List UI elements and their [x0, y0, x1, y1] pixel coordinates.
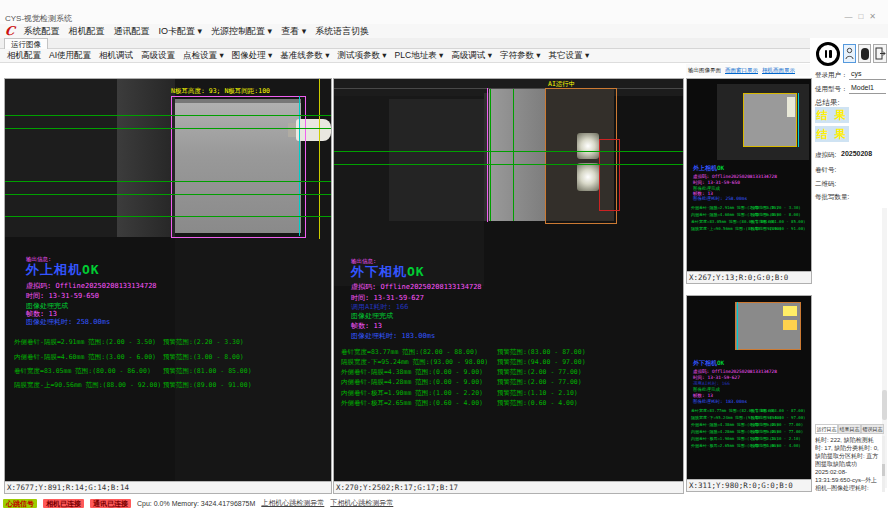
login-user-label: 登录用户：: [815, 71, 848, 80]
menu-item-language-switch[interactable]: 系统语言切换: [315, 25, 369, 38]
measurement-text: 卷针宽度=83.77mm 范围:(82.00 - 88.00): [341, 348, 478, 357]
mini-warn: 预警范围:(2.00 - 77.00): [751, 422, 803, 428]
mini-barcode-line: 虚拟码: Offline20250208133134728: [693, 369, 777, 375]
toolbar-item-advanced-debug[interactable]: 高级调试 ▾: [451, 50, 492, 62]
app-logo-icon: C: [4, 25, 15, 37]
menu-item-view[interactable]: 查看 ▾: [281, 25, 306, 38]
toolbar-item-char-params[interactable]: 字符参数 ▾: [500, 50, 541, 62]
measurement-text: 卷针宽度=83.05mm 范围:(80.00 - 86.00): [14, 367, 151, 376]
toolbar-item-test-params[interactable]: 测试项参数 ▾: [337, 50, 386, 62]
mini-warn: 预警范围:(3.00 - 8.00): [751, 212, 801, 218]
model-underline: [849, 83, 886, 94]
warn-range-text: 预警范围:(2.20 - 3.30): [163, 338, 244, 347]
maximize-button[interactable]: □: [858, 12, 869, 21]
toolbar-item-camera-debug[interactable]: 相机调试: [99, 50, 133, 62]
lower-camera-canvas[interactable]: AI运行中 输出信息: 外下相机OK 虚拟码: Offline202502081…: [334, 79, 683, 481]
baseline-green: [5, 216, 331, 217]
barcode-line: 虚拟码: Offline20250208133134728: [351, 283, 482, 291]
mini-camera-result: OK: [717, 164, 724, 171]
mini-panel-header: 输出图像界面 画面窗口展示 相机画面展示: [686, 64, 810, 76]
pause-icon: [825, 50, 828, 58]
mini-process-time-line: 图像处理耗时: 258.00ms: [693, 196, 747, 202]
log-tab-error[interactable]: 错误日志: [861, 424, 884, 434]
warn-range-text: 预警范围:(0.60 - 4.00): [497, 399, 578, 408]
pause-button[interactable]: [816, 42, 840, 66]
scrollbar-thumb[interactable]: [882, 390, 887, 420]
toolbar-item-advanced-settings[interactable]: 高级设置: [141, 50, 175, 62]
person-dark-icon: [861, 48, 869, 60]
pixel-coords-bar: X:270;Y:2502;R:17;G:17;B:17: [334, 481, 683, 493]
toolbar-item-spot-check[interactable]: 点检设置 ▾: [183, 50, 224, 62]
toolbar-item-image-processing[interactable]: 图像处理 ▾: [232, 50, 273, 62]
measure-line-green: [490, 89, 491, 221]
menu-item-system-config[interactable]: 系统配置: [24, 25, 60, 38]
warn-range-text: 预警范围:(2.00 - 77.00): [497, 378, 582, 387]
mini-camera-result: OK: [717, 359, 724, 366]
process-time-line: 图像处理耗时: 258.00ms: [26, 318, 110, 326]
mini-ai-time-line: 调用AI耗时: 166: [693, 381, 730, 387]
log-tab-run[interactable]: 运行日志: [815, 424, 838, 434]
result-box-upper: 结 果: [815, 107, 849, 123]
toolbar-item-camera-config[interactable]: 相机配置: [7, 50, 41, 62]
mini-camera-title: 外下相机OK: [693, 360, 724, 366]
baseline-green: [334, 151, 683, 152]
warn-range-text: 预警范围:(3.00 - 8.00): [163, 353, 244, 362]
cpu-memory-status: Cpu: 0.0% Memory: 3424.41796875M: [137, 500, 255, 507]
lower-camera-heartbeat-link[interactable]: 下相机心跳检测异常: [330, 498, 393, 508]
upper-camera-view: N极耳高度: 93; N极耳间距:100 输出信息: 外上相机OK 虚拟码: O…: [4, 78, 332, 494]
log-scrollbar[interactable]: [882, 436, 885, 492]
mini-clamp: [787, 97, 795, 117]
mini-upper-canvas[interactable]: 外上相机OK 虚拟码: Offline20250208133134728 时间:…: [687, 79, 811, 271]
measurement-text: 内侧卷针-隔膜=4.28mm 范围:(0.00 - 9.00): [341, 378, 483, 387]
window-controls: —□✕: [844, 12, 882, 21]
logout-door-icon: [875, 47, 886, 60]
login-underline: [849, 69, 886, 80]
baseline-green: [5, 128, 331, 129]
mini-header-camera-view[interactable]: 相机画面展示: [762, 67, 795, 74]
mini-barcode-line: 虚拟码: Offline20250208133134728: [693, 174, 777, 180]
model-label: 使用型号：: [815, 85, 848, 94]
log-text[interactable]: 耗时: 222, 缺陷检测耗时: 17, 缺陷分类耗时: 0, 缺陷提取分区耗时…: [815, 436, 881, 492]
tab-run-image[interactable]: 运行图像: [4, 38, 48, 49]
close-button[interactable]: ✕: [869, 12, 882, 21]
warn-range-text: 预警范围:(94.00 - 97.00): [497, 358, 586, 367]
frame-count-line: 帧数: 13: [26, 310, 57, 318]
mini-done-line: 图像处理完成: [693, 387, 720, 393]
toolbar-item-baseline-params[interactable]: 基准线参数 ▾: [280, 50, 329, 62]
toolbar-item-other-settings[interactable]: 其它设置 ▾: [549, 50, 590, 62]
machine-block: [389, 99, 484, 221]
baseline-green: [334, 164, 683, 165]
user-login-button[interactable]: [843, 44, 856, 63]
menu-item-io-config[interactable]: IO卡配置 ▾: [159, 25, 203, 38]
mini-lower-canvas[interactable]: 外下相机OK 虚拟码: Offline20250208133134728 时间:…: [687, 296, 811, 479]
mini-warn: 预警范围:(1.10 - 2.10): [751, 436, 801, 442]
menu-item-comm-config[interactable]: 通讯配置: [114, 25, 150, 38]
mini-tab-glow-2: [783, 320, 797, 330]
menu-item-light-config[interactable]: 光源控制配置 ▾: [211, 25, 272, 38]
warn-range-text: 预警范围:(81.00 - 85.00): [163, 367, 252, 376]
toolbar-item-plc-address[interactable]: PLC地址表 ▾: [395, 50, 444, 62]
measurement-text: 内侧卷针-极耳=1.90mm 范围:(1.00 - 2.20): [341, 389, 483, 398]
exit-button[interactable]: [873, 44, 887, 63]
user-switch-button[interactable]: [858, 44, 871, 63]
measurement-text: 外侧卷针-隔膜=2.91mm 范围:(2.00 - 3.50): [14, 338, 156, 347]
product-block: [489, 89, 546, 221]
mini-warn: 预警范围:(81.00 - 85.00): [751, 219, 806, 225]
status-bar: 心跳信号 相机已连接 通讯已连接 Cpu: 0.0% Memory: 3424.…: [0, 497, 888, 509]
result-box-lower: 结 果: [815, 126, 849, 142]
roi-box-red: [599, 139, 620, 211]
mini-warn: 预警范围:(2.20 - 3.30): [751, 205, 801, 211]
camera-title: 外上相机OK: [26, 261, 100, 279]
vcode-label: 虚拟码:: [815, 151, 836, 160]
mini-header-window-view[interactable]: 画面窗口展示: [725, 67, 758, 74]
toolbar-item-ai-config[interactable]: AI使用配置: [49, 50, 91, 62]
upper-camera-canvas[interactable]: N极耳高度: 93; N极耳间距:100 输出信息: 外上相机OK 虚拟码: O…: [5, 79, 331, 481]
minimize-button[interactable]: —: [844, 12, 858, 21]
machine-column: [117, 79, 175, 237]
menu-item-camera-config[interactable]: 相机配置: [69, 25, 105, 38]
qr-code-label: 二维码:: [815, 180, 836, 189]
log-scrollbar-thumb[interactable]: [882, 464, 885, 476]
log-tab-result[interactable]: 结果日志: [838, 424, 861, 434]
upper-camera-heartbeat-link[interactable]: 上相机心跳检测异常: [261, 498, 324, 508]
mini-time-line: 时间: 13-31-59-627: [693, 375, 740, 381]
